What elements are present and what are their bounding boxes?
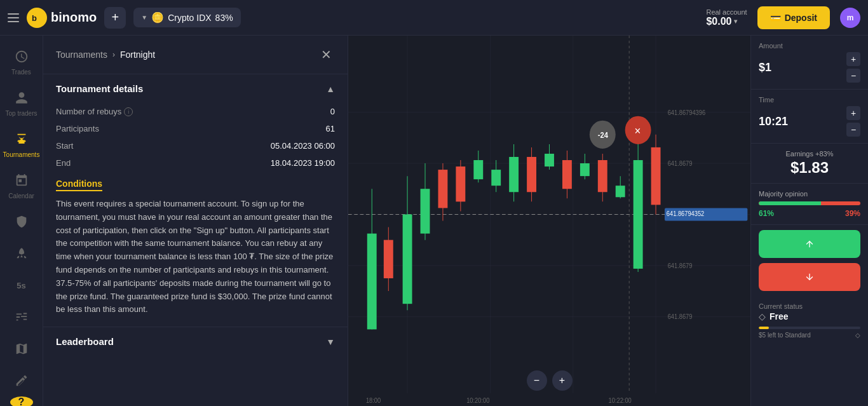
zoom-in-button[interactable]: +: [552, 370, 573, 391]
sidebar-item-5s[interactable]: 5s: [0, 269, 43, 301]
zoom-out-button[interactable]: −: [527, 370, 547, 391]
shield-icon: [12, 212, 31, 231]
svg-rect-27: [527, 157, 536, 192]
info-icon-rebuys[interactable]: i: [124, 107, 133, 116]
deposit-button[interactable]: 💳 Deposit: [757, 6, 830, 29]
tournament-details-header[interactable]: Tournament details ▲: [43, 74, 348, 103]
majority-bar: [759, 201, 860, 205]
deposit-icon: 💳: [770, 13, 781, 23]
breadcrumb-current: Fortnight: [120, 50, 155, 60]
amount-label: Amount: [759, 42, 860, 50]
majority-red-pct: 39%: [845, 209, 860, 218]
detail-label-end: End: [56, 158, 71, 168]
time-label: Time: [759, 96, 860, 104]
logo-text: binomo: [51, 10, 97, 25]
svg-rect-29: [545, 154, 554, 166]
progress-icon: ◇: [855, 332, 860, 339]
avatar[interactable]: m: [840, 8, 860, 28]
svg-text:10:22:00: 10:22:00: [609, 397, 632, 404]
svg-text:641.86794396: 641.86794396: [668, 109, 705, 116]
time-value: 10:21: [759, 115, 788, 128]
earnings-value: $1.83: [759, 159, 860, 177]
svg-rect-21: [473, 160, 483, 179]
asset-icon: 🪙: [151, 11, 164, 24]
chart-area: 641.86794396 641.8679 641.8679 641.8679 …: [348, 36, 750, 406]
amount-value-row: $1 + −: [759, 52, 860, 83]
asset-pct: 83%: [215, 13, 233, 23]
close-panel-button[interactable]: ✕: [317, 46, 335, 64]
binomo-logo-icon: b: [27, 8, 47, 28]
down-button[interactable]: [759, 263, 860, 291]
majority-bar-green-fill: [759, 201, 821, 205]
sidebar-label-calendar: Calendar: [8, 193, 34, 200]
leaderboard-header[interactable]: Leaderboard ▼: [43, 327, 348, 356]
progress-label: $5 left to Standard: [759, 332, 811, 339]
detail-row-end: End 18.04.2023 19:00: [56, 154, 335, 172]
status-row: ◇ Free: [759, 311, 860, 321]
sidebar-item-pen[interactable]: [0, 365, 43, 396]
sidebar-item-calendar[interactable]: Calendar: [0, 165, 43, 206]
amount-controls: + −: [846, 52, 860, 83]
conditions-text: This event requires a special tournament…: [56, 198, 335, 316]
conditions-title: Conditions: [56, 179, 102, 191]
detail-label-rebuys: Number of rebuys i: [56, 107, 133, 116]
svg-rect-43: [367, 234, 377, 330]
sidebar-item-top-traders[interactable]: Top traders: [0, 82, 43, 123]
svg-text:641.8679: 641.8679: [668, 160, 693, 167]
current-status-label: Current status: [759, 302, 860, 310]
sidebar-item-rocket[interactable]: [0, 238, 43, 269]
achievements-icon: [12, 339, 31, 358]
svg-rect-25: [509, 157, 519, 192]
svg-rect-41: [651, 147, 661, 205]
svg-text:✕: ✕: [634, 126, 642, 136]
breadcrumb-parent[interactable]: Tournaments: [56, 50, 107, 60]
menu-icon[interactable]: [8, 13, 19, 22]
tournament-panel: Tournaments › Fortnight ✕ Tournament det…: [43, 36, 348, 406]
action-buttons: [751, 225, 868, 296]
diamond-icon: ◇: [759, 311, 766, 321]
add-button[interactable]: +: [104, 7, 126, 29]
sidebar-item-trades[interactable]: Trades: [0, 41, 43, 82]
time-decrement-button[interactable]: −: [846, 123, 860, 137]
status-value: Free: [770, 311, 789, 321]
conditions-section: Conditions This event requires a special…: [43, 178, 348, 327]
sidebar-item-achievements[interactable]: [0, 333, 43, 365]
down-arrow-icon: [804, 272, 815, 282]
amount-value: $1: [759, 61, 771, 74]
detail-value-rebuys: 0: [330, 107, 335, 116]
leaderboard-toggle-icon: ▼: [326, 337, 335, 347]
time-controls: + −: [846, 106, 860, 137]
svg-text:641.8679: 641.8679: [668, 313, 693, 320]
svg-rect-23: [491, 170, 501, 186]
account-value: $0.00 ▾: [706, 16, 747, 27]
pen-icon: [12, 371, 31, 390]
sidebar-item-shield[interactable]: [0, 206, 43, 238]
5s-icon: 5s: [12, 276, 31, 295]
majority-green-pct: 61%: [759, 209, 774, 218]
sidebar-item-indicators[interactable]: [0, 301, 43, 333]
detail-label-participants: Participants: [56, 124, 99, 133]
topnav-right: Real account $0.00 ▾ 💳 Deposit m: [706, 6, 860, 29]
logo: b binomo: [27, 8, 97, 28]
amount-increment-button[interactable]: +: [846, 52, 860, 66]
svg-rect-33: [580, 163, 590, 176]
time-section: Time 10:21 + −: [751, 90, 868, 144]
time-value-row: 10:21 + −: [759, 106, 860, 137]
section-title: Tournament details: [56, 83, 143, 94]
amount-decrement-button[interactable]: −: [846, 69, 860, 83]
detail-value-start: 05.04.2023 06:00: [271, 141, 335, 151]
asset-selector[interactable]: ▼ 🪙 Crypto IDX 83%: [133, 8, 240, 27]
svg-rect-35: [598, 160, 607, 192]
sidebar-item-tournaments[interactable]: Tournaments: [0, 123, 43, 165]
time-increment-button[interactable]: +: [846, 106, 860, 120]
help-button[interactable]: ?: [10, 396, 33, 406]
svg-point-0: [27, 8, 47, 28]
breadcrumb-separator: ›: [112, 50, 115, 59]
left-sidebar: Trades Top traders Tournaments Calendar: [0, 36, 43, 406]
leaderboard-section: Leaderboard ▼: [43, 327, 348, 356]
up-arrow-icon: [804, 239, 815, 249]
svg-rect-45: [384, 240, 393, 278]
up-button[interactable]: [759, 230, 860, 258]
account-info: Real account $0.00 ▾: [706, 8, 747, 27]
account-label: Real account: [706, 8, 747, 16]
